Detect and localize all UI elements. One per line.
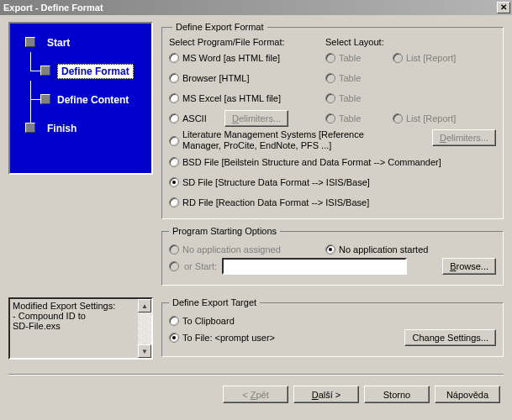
delimiters-button[interactable]: Delimiters... [224, 110, 288, 127]
browse-button[interactable]: Browse... [442, 258, 496, 275]
back-button[interactable]: < Zpět [223, 386, 288, 403]
label-msexcel: MS Excel [as HTML file] [182, 93, 281, 103]
label-rd: RD File [Reaction Data Format --> ISIS/B… [182, 197, 369, 207]
header-layout: Select Layout: [325, 37, 384, 47]
label-no-app-started: No application started [339, 244, 428, 255]
wizard-step-define-content[interactable]: Define Content [17, 89, 145, 111]
modified-settings-text: Modified Export Settings: - Compound ID … [10, 299, 138, 358]
wizard-step-label: Finish [47, 123, 77, 134]
define-export-target-group: Define Export Target To Clipboard To Fil… [161, 297, 504, 357]
radio-no-app-started[interactable] [325, 244, 335, 255]
radio-ascii[interactable] [169, 113, 179, 123]
wizard-step-start[interactable]: Start [17, 32, 145, 54]
wizard-step-label: Define Format [57, 64, 134, 79]
label-lit-mgmt: Literature Management Systems [Reference… [182, 129, 388, 151]
prog-opts-legend: Program Starting Options [169, 226, 280, 236]
scroll-up-icon[interactable]: ▲ [138, 299, 151, 312]
help-button[interactable]: Nápověda [435, 386, 500, 403]
radio-no-app-assigned [169, 244, 179, 255]
label-ascii: ASCII [182, 113, 221, 123]
next-button[interactable]: Další > [293, 386, 359, 403]
step-box-icon [25, 123, 35, 133]
define-export-format-group: Define Export Format Select Program/File… [161, 22, 504, 219]
radio-table [325, 113, 335, 123]
step-box-icon [40, 66, 50, 76]
program-starting-options-group: Program Starting Options No application … [161, 226, 504, 286]
radio-browser[interactable] [169, 73, 179, 83]
target-legend: Define Export Target [169, 297, 260, 307]
radio-to-file[interactable] [169, 333, 179, 343]
label-to-file: To File: <prompt user> [182, 333, 275, 343]
change-settings-button[interactable]: Change Settings... [404, 329, 496, 346]
radio-bsd[interactable] [169, 157, 179, 167]
radio-or-start [169, 261, 179, 271]
label-or-start: or Start: [184, 261, 217, 271]
radio-list-report [393, 113, 403, 123]
label-table: Table [339, 93, 361, 103]
divider [8, 374, 504, 375]
label-list-report: List [Report] [406, 113, 456, 123]
step-box-icon [40, 94, 50, 104]
label-list-report: List [Report] [406, 53, 456, 63]
radio-sd[interactable] [169, 177, 179, 187]
radio-to-clipboard[interactable] [169, 316, 179, 326]
radio-lit-mgmt[interactable] [169, 136, 179, 146]
wizard-step-label: Start [47, 37, 70, 49]
label-bsd: BSD File [Beilstein Structure and Data F… [182, 157, 441, 167]
radio-rd[interactable] [169, 197, 179, 207]
radio-table [325, 73, 335, 83]
wizard-step-define-format[interactable]: Define Format [17, 60, 145, 82]
wizard-nav: Start Define Format Define Content Finis… [8, 22, 153, 175]
label-table: Table [339, 73, 361, 83]
label-table: Table [339, 113, 361, 123]
label-browser: Browser [HTML] [182, 73, 249, 83]
radio-msexcel[interactable] [169, 93, 179, 103]
label-sd: SD File [Structure Data Format --> ISIS/… [182, 177, 370, 187]
start-path-input[interactable] [222, 258, 407, 275]
wizard-step-finish[interactable]: Finish [17, 118, 145, 139]
scroll-track[interactable] [138, 312, 151, 344]
title-bar: Export - Define Format ✕ [0, 0, 512, 15]
radio-table [325, 93, 335, 103]
close-icon[interactable]: ✕ [497, 2, 510, 13]
modified-settings-box: Modified Export Settings: - Compound ID … [8, 297, 153, 360]
radio-table [325, 53, 335, 63]
label-to-clipboard: To Clipboard [182, 316, 235, 326]
scrollbar[interactable]: ▲ ▼ [138, 299, 151, 358]
window-title: Export - Define Format [3, 3, 497, 13]
step-box-icon [25, 37, 35, 47]
label-no-app-assigned: No application assigned [182, 244, 281, 255]
wizard-step-label: Define Content [57, 94, 129, 106]
radio-list-report [393, 53, 403, 63]
define-format-legend: Define Export Format [172, 22, 267, 32]
footer-buttons: < Zpět Další > Storno Nápověda [8, 386, 504, 403]
header-program: Select Program/File Format: [169, 37, 325, 47]
label-msword: MS Word [as HTML file] [182, 53, 280, 63]
radio-msword[interactable] [169, 53, 179, 63]
cancel-button[interactable]: Storno [364, 386, 430, 403]
delimiters-button-2[interactable]: Delimiters... [432, 129, 496, 146]
scroll-down-icon[interactable]: ▼ [138, 344, 151, 358]
label-table: Table [339, 53, 361, 63]
